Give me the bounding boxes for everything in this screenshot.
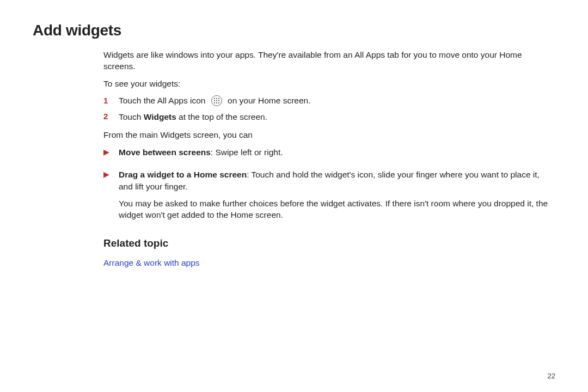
bullet-text: Move between screens: Swipe left or righ… (119, 146, 555, 158)
bullet-content: Drag a widget to a Home screen: Touch an… (119, 169, 555, 226)
triangle-bullet-icon: ▶ (103, 169, 111, 226)
step-text-after: at the top of the screen. (176, 112, 267, 121)
svg-rect-0 (214, 98, 215, 99)
page-number: 22 (548, 372, 555, 380)
body-content: Widgets are like windows into your apps.… (103, 49, 555, 268)
svg-rect-8 (218, 102, 219, 103)
step-text: Touch the All Apps icon on your Home scr… (119, 95, 311, 107)
bullet-item: ▶ Move between screens: Swipe left or ri… (103, 146, 555, 163)
step-text: Touch Widgets at the top of the screen. (119, 111, 267, 122)
step-number: 2 (103, 111, 111, 122)
step-item: 1 Touch the All Apps icon on your Home s (103, 95, 555, 107)
svg-rect-4 (216, 100, 217, 101)
step-number: 1 (103, 95, 111, 107)
svg-rect-6 (214, 102, 215, 103)
step-text-before: Touch (119, 112, 144, 121)
bullet-content: Move between screens: Swipe left or righ… (119, 146, 555, 163)
svg-rect-1 (216, 98, 217, 99)
bullet-list: ▶ Move between screens: Swipe left or ri… (103, 146, 555, 226)
bullet-extra: You may be asked to make further choices… (119, 198, 555, 221)
step-item: 2 Touch Widgets at the top of the screen… (103, 111, 555, 122)
svg-rect-3 (214, 100, 215, 101)
step-text-before: Touch the All Apps icon (119, 96, 208, 105)
document-page: Add widgets Widgets are like windows int… (0, 0, 588, 392)
to-see-lead: To see your widgets: (103, 78, 555, 89)
bullet-rest: : Swipe left or right. (211, 148, 283, 157)
steps-list: 1 Touch the All Apps icon on your Home s (103, 95, 555, 122)
bullet-text: Drag a widget to a Home screen: Touch an… (119, 169, 555, 192)
bullet-item: ▶ Drag a widget to a Home screen: Touch … (103, 169, 555, 226)
bullet-bold: Drag a widget to a Home screen (119, 170, 247, 179)
svg-rect-5 (218, 100, 219, 101)
all-apps-icon (211, 95, 222, 106)
step-text-after: on your Home screen. (228, 96, 311, 105)
triangle-bullet-icon: ▶ (103, 146, 111, 163)
related-link[interactable]: Arrange & work with apps (103, 258, 200, 267)
step-text-bold: Widgets (144, 112, 176, 121)
related-heading: Related topic (103, 236, 555, 250)
intro-paragraph: Widgets are like windows into your apps.… (103, 49, 555, 72)
page-title: Add widgets (33, 22, 555, 39)
svg-rect-7 (216, 102, 217, 103)
from-main-lead: From the main Widgets screen, you can (103, 129, 555, 140)
svg-rect-2 (218, 98, 219, 99)
bullet-bold: Move between screens (119, 148, 211, 157)
